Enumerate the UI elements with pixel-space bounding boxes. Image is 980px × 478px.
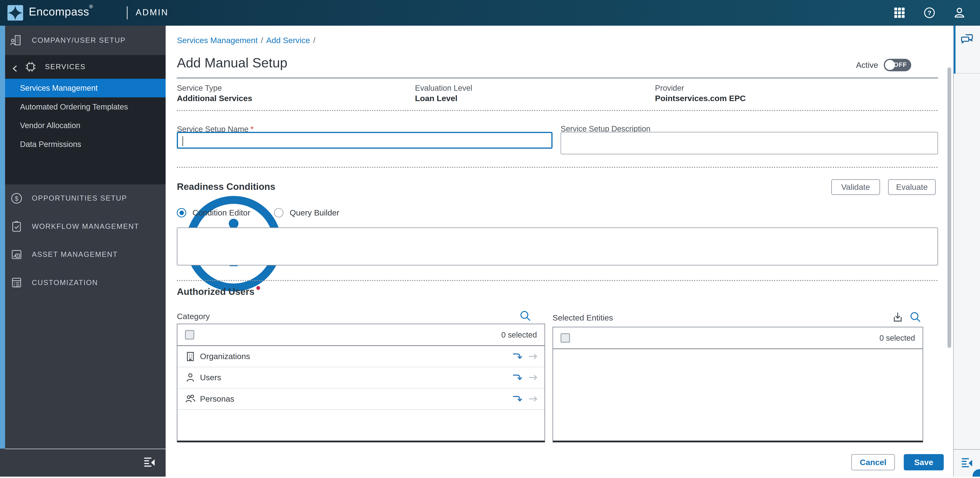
breadcrumb-separator: / <box>313 36 315 45</box>
category-label: Category <box>177 312 210 321</box>
sidebar-item-asset-management[interactable]: ASSET MANAGEMENT <box>5 241 166 268</box>
query-builder-radio[interactable] <box>274 208 283 218</box>
breadcrumb-separator: / <box>261 36 263 45</box>
condition-editor-label: Condition Editor <box>192 208 250 218</box>
service-setup-description-input[interactable] <box>560 132 938 154</box>
help-icon[interactable]: ? <box>923 6 936 20</box>
sidebar-item-label: OPPORTUNITIES SETUP <box>32 194 127 202</box>
sidebar-item-opportunities-setup[interactable]: $ OPPORTUNITIES SETUP <box>5 184 166 212</box>
registered-mark: ® <box>89 4 93 9</box>
authorized-users-heading: Authorized Users <box>177 286 260 297</box>
sidebar-item-automated-ordering-templates[interactable]: Automated Ordering Templates <box>5 97 166 116</box>
svg-text:?: ? <box>928 10 931 16</box>
divider <box>177 110 938 111</box>
move-right-arrow-icon[interactable] <box>528 394 538 404</box>
sidebar-collapse-icon[interactable] <box>144 457 156 468</box>
entities-select-all-checkbox[interactable] <box>560 333 570 343</box>
brand-name[interactable]: Encompass® <box>29 5 93 18</box>
entities-panel-header: 0 selected <box>553 327 923 349</box>
sidebar-item-workflow-management[interactable]: WORKFLOW MANAGEMENT <box>5 212 166 240</box>
sidebar-subitem-label: Automated Ordering Templates <box>20 102 128 111</box>
service-setup-name-input[interactable] <box>177 132 552 149</box>
app-name: ADMIN <box>136 8 169 17</box>
services-chip-icon <box>24 60 37 74</box>
sidebar-item-data-permissions[interactable]: Data Permissions <box>5 135 166 154</box>
download-icon[interactable] <box>892 311 904 323</box>
sidebar-item-label: WORKFLOW MANAGEMENT <box>32 222 139 230</box>
app-window: Encompass® ADMIN ? COMPANY/USER SETUP <box>0 0 980 476</box>
drill-down-arrow-icon[interactable] <box>512 351 523 362</box>
chat-bubbles-icon <box>960 32 975 47</box>
category-panel: 0 selected Organizations Users <box>177 324 545 442</box>
sidebar-item-customization[interactable]: CUSTOMIZATION <box>5 268 166 297</box>
evaluation-level-label: Evaluation Level <box>415 84 472 92</box>
sidebar-item-label: SERVICES <box>45 63 86 71</box>
personas-icon <box>185 394 196 404</box>
drill-down-arrow-icon[interactable] <box>512 372 523 383</box>
footer-bar: Cancel Save <box>165 442 953 476</box>
sidebar-item-label: CUSTOMIZATION <box>32 279 98 287</box>
active-toggle-group: Active OFF <box>856 59 911 71</box>
top-bar: Encompass® ADMIN ? <box>0 0 980 25</box>
active-tool-accent <box>954 25 956 74</box>
active-toggle[interactable]: OFF <box>884 59 911 71</box>
sidebar-item-services-management[interactable]: Services Management <box>5 79 166 98</box>
selected-entities-label: Selected Entities <box>552 313 613 322</box>
drill-down-arrow-icon[interactable] <box>512 394 523 404</box>
category-panel-header: 0 selected <box>177 324 544 346</box>
category-row-users[interactable]: Users <box>177 367 544 389</box>
text-caret <box>183 136 183 146</box>
conversation-log-tool[interactable] <box>954 25 980 74</box>
move-right-arrow-icon[interactable] <box>528 372 538 383</box>
category-row-label: Users <box>200 373 221 382</box>
user-icon <box>185 372 196 383</box>
breadcrumb-link-add-service[interactable]: Add Service <box>266 36 310 45</box>
encompass-logo-icon[interactable] <box>8 5 23 21</box>
image-icon <box>10 248 23 261</box>
sidebar-subitem-label: Services Management <box>20 84 98 92</box>
required-dot <box>256 286 260 290</box>
user-account-icon[interactable] <box>953 6 966 20</box>
sidebar-item-label: ASSET MANAGEMENT <box>32 250 118 259</box>
condition-editor-radio[interactable] <box>177 208 186 218</box>
apps-grid-icon[interactable] <box>892 6 906 20</box>
services-group: SERVICES Services Management Automated O… <box>5 55 166 184</box>
topbar-divider <box>127 6 127 19</box>
provider-label: Provider <box>655 84 684 92</box>
save-button[interactable]: Save <box>904 454 944 470</box>
active-label: Active <box>856 60 878 70</box>
sidebar-item-company-user-setup[interactable]: COMPANY/USER SETUP <box>5 26 166 54</box>
sidebar-item-vendor-allocation[interactable]: Vendor Allocation <box>5 116 166 135</box>
vertical-scrollbar[interactable] <box>947 67 951 348</box>
move-right-arrow-icon[interactable] <box>528 351 538 362</box>
selected-entities-panel: 0 selected <box>552 327 923 442</box>
toggle-state-label: OFF <box>894 61 907 68</box>
building-icon <box>185 351 196 362</box>
category-row-label: Organizations <box>200 352 250 361</box>
entities-search-icon[interactable] <box>910 311 921 323</box>
breadcrumb-link-services-management[interactable]: Services Management <box>177 36 258 45</box>
divider <box>177 77 938 79</box>
provider-value: Pointservices.com EPC <box>655 94 746 103</box>
entities-selected-count: 0 selected <box>880 333 915 343</box>
sidebar-item-services[interactable]: SERVICES <box>5 55 166 79</box>
right-toolbar <box>953 25 980 476</box>
cancel-button[interactable]: Cancel <box>851 454 895 470</box>
service-type-value: Additional Services <box>177 94 252 103</box>
category-select-all-checkbox[interactable] <box>185 330 194 340</box>
breadcrumb: Services Management/Add Service/ <box>177 36 318 45</box>
validate-button[interactable]: Validate <box>831 179 880 195</box>
chevron-left-icon[interactable] <box>11 63 19 70</box>
condition-editor-textarea[interactable] <box>177 227 938 266</box>
evaluation-level-value: Loan Level <box>415 94 457 103</box>
company-user-icon <box>10 34 23 47</box>
category-row-organizations[interactable]: Organizations <box>177 346 544 367</box>
divider <box>177 167 938 168</box>
editor-mode-radios: Condition Editor Query Builder <box>177 208 357 218</box>
query-builder-label: Query Builder <box>290 208 339 218</box>
category-row-personas[interactable]: Personas <box>177 389 544 410</box>
panel-collapse-icon[interactable] <box>961 458 973 469</box>
category-search-icon[interactable] <box>519 310 531 322</box>
page-title: Add Manual Setup <box>177 55 287 70</box>
evaluate-button[interactable]: Evaluate <box>888 179 935 195</box>
